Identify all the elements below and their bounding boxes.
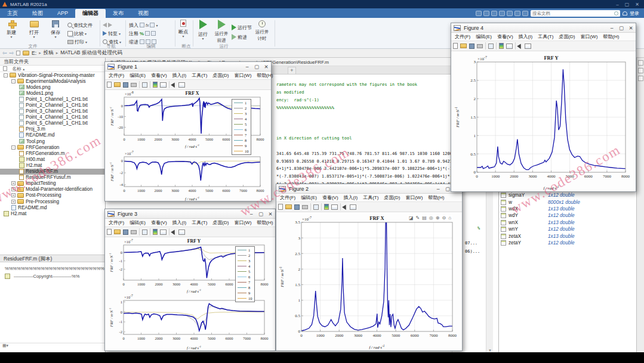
- ribbon-tab-APP[interactable]: APP: [50, 9, 75, 18]
- restore-view-icon[interactable]: ⌂: [448, 215, 451, 221]
- menu-item-查看(V)[interactable]: 查看(V): [322, 194, 338, 201]
- new-figure-icon[interactable]: [278, 204, 283, 210]
- goto-button[interactable]: 转至▾: [103, 30, 121, 37]
- browse-folder-icon[interactable]: [23, 51, 29, 55]
- insert-legend-icon[interactable]: [160, 82, 167, 88]
- menu-item-窗口(W)[interactable]: 窗口(W): [234, 72, 251, 79]
- colorbar-icon[interactable]: [153, 82, 158, 88]
- minimize-icon[interactable]: –: [607, 25, 617, 31]
- panel-bottom-status[interactable]: ▦▾: [0, 343, 105, 351]
- tree-item-Point_4_Channel_1_CH1.txt[interactable]: Point_4_Channel_1_CH1.txt: [0, 114, 105, 120]
- menu-item-帮助(H)[interactable]: 帮助(H): [428, 194, 444, 201]
- print-icon[interactable]: [477, 44, 483, 48]
- sidebar-icon-2[interactable]: [638, 68, 643, 73]
- menu-item-查看(V)[interactable]: 查看(V): [497, 33, 513, 40]
- ribbon-tab-绘图[interactable]: 绘图: [25, 9, 50, 18]
- workspace-variable-wnY[interactable]: wnY1x12 double: [501, 226, 635, 232]
- figure4-titlebar[interactable]: Figure 4–▢✕: [451, 23, 636, 33]
- ribbon-tab-主页[interactable]: 主页: [0, 9, 25, 18]
- open-icon[interactable]: [285, 204, 292, 209]
- maximize-icon[interactable]: ▢: [617, 25, 626, 31]
- breakpoints-button[interactable]: 断点▾: [174, 19, 192, 38]
- menu-item-查看(V)[interactable]: 查看(V): [151, 72, 167, 79]
- menu-item-工具(T)[interactable]: 工具(T): [538, 33, 553, 40]
- find-files-button[interactable]: 查找文件: [67, 21, 93, 29]
- tree-item-Vibration-Signal-Processing-master[interactable]: -Vibration-Signal-Processing-master: [0, 72, 105, 78]
- tree-item-Proj_3.m[interactable]: Proj_3.m: [0, 126, 105, 132]
- menu-item-桌面(D)[interactable]: 桌面(D): [384, 194, 400, 201]
- compare-button[interactable]: 比较▾: [67, 30, 87, 37]
- breadcrumb-item[interactable]: MATLAB 振动信号处理代码: [60, 49, 122, 57]
- menu-item-编辑(E)[interactable]: 编辑(E): [130, 219, 146, 226]
- workspace-variable-zetaX[interactable]: zetaX1x13 double: [501, 232, 635, 239]
- breadcrumb-item[interactable]: 投稿: [44, 49, 54, 57]
- tree-item-README.md[interactable]: README.md: [0, 204, 105, 210]
- menu-item-窗口(W)[interactable]: 窗口(W): [405, 194, 423, 201]
- forward-icon[interactable]: ⇨: [10, 50, 14, 56]
- menu-item-帮助(H)[interactable]: 帮助(H): [257, 219, 273, 226]
- maximize-icon[interactable]: ▢: [256, 211, 266, 217]
- open-button[interactable]: 打开▾: [25, 19, 43, 38]
- run-section-button[interactable]: 运行节: [232, 24, 252, 31]
- tree-item-Point_1_Channel_1_CH1.txt[interactable]: Point_1_Channel_1_CH1.txt: [0, 96, 105, 102]
- maximize-icon[interactable]: ▢: [625, 2, 630, 7]
- menu-item-桌面(D)[interactable]: 桌面(D): [559, 33, 575, 40]
- sidebar-icon-1[interactable]: [638, 60, 643, 66]
- menu-item-窗口(W)[interactable]: 窗口(W): [234, 219, 251, 226]
- edit-plot-icon[interactable]: [178, 229, 185, 235]
- tree-item-Point_2_Channel_1_CH1.txt[interactable]: Point_2_Channel_1_CH1.txt: [0, 102, 105, 108]
- tree-item-ResidueFRF.m[interactable]: ResidueFRF.m: [0, 169, 105, 175]
- workspace-variable-zetaY[interactable]: zetaY1x12 double: [501, 240, 635, 246]
- figure1-titlebar[interactable]: Figure 1–▢✕: [105, 62, 271, 72]
- edit-plot-icon[interactable]: [525, 44, 531, 49]
- run-button[interactable]: 运行▾: [194, 19, 212, 40]
- figure2-titlebar[interactable]: Figure 2–▢✕: [276, 184, 462, 194]
- quick-icon-3[interactable]: [499, 11, 505, 16]
- menu-item-插入(I)[interactable]: 插入(I): [519, 33, 533, 40]
- open-icon[interactable]: [460, 44, 467, 48]
- breadcrumb-item[interactable]: E:: [32, 50, 36, 56]
- tree-item-FRFGeneration[interactable]: -FRFGeneration: [0, 144, 105, 150]
- new-figure-icon[interactable]: [453, 43, 458, 49]
- insert-legend-icon[interactable]: [506, 44, 513, 49]
- print-icon[interactable]: [131, 230, 137, 234]
- expand-icon[interactable]: -: [11, 145, 16, 150]
- open-icon[interactable]: [114, 82, 121, 87]
- tree-item-H00.mat[interactable]: H00.mat: [0, 156, 105, 162]
- workspace-variable-wnX[interactable]: wnX1x13 double: [501, 219, 635, 226]
- close-icon[interactable]: ✕: [626, 25, 636, 31]
- menu-item-文件(F)[interactable]: 文件(F): [109, 72, 124, 79]
- datatip-icon[interactable]: ✎: [416, 215, 420, 221]
- colorbar-icon[interactable]: [153, 229, 158, 235]
- file-details-header[interactable]: ResidueFRF.m (脚本): [0, 255, 105, 262]
- quick-icon-1[interactable]: [483, 11, 489, 16]
- insert-legend-icon[interactable]: [160, 229, 167, 235]
- cursor-icon[interactable]: [342, 204, 349, 210]
- menu-item-帮助(H)[interactable]: 帮助(H): [603, 33, 619, 40]
- quick-icon-5[interactable]: [514, 11, 520, 16]
- tree-item-Modes.png[interactable]: Modes.png: [0, 84, 105, 90]
- tree-item-Point_3_Channel_1_CH1.txt[interactable]: Point_3_Channel_1_CH1.txt: [0, 108, 105, 114]
- menu-item-插入(I)[interactable]: 插入(I): [172, 72, 187, 79]
- advance-button[interactable]: 前进: [232, 33, 247, 41]
- tree-item-ImpactTesting[interactable]: +ImpactTesting: [0, 181, 105, 187]
- link-icon[interactable]: [142, 82, 147, 88]
- menu-item-桌面(D)[interactable]: 桌面(D): [212, 219, 229, 226]
- tree-item-Post-Processing[interactable]: +Post-Processing: [0, 193, 105, 198]
- menu-item-工具(T)[interactable]: 工具(T): [363, 194, 378, 201]
- workspace-variable-sigmaY[interactable]: sigmaY1x12 double: [501, 192, 635, 198]
- zoom-out-icon[interactable]: ⊖: [442, 215, 446, 221]
- menu-item-查看(V)[interactable]: 查看(V): [151, 219, 167, 226]
- expand-icon[interactable]: -: [4, 73, 8, 77]
- menu-item-文件(F)[interactable]: 文件(F): [455, 33, 470, 40]
- tree-item-Modes1.png[interactable]: Modes1.png: [0, 90, 105, 96]
- sign-in-link[interactable]: 登录: [630, 10, 639, 17]
- close-icon[interactable]: ✕: [261, 64, 271, 70]
- cursor-icon[interactable]: [171, 82, 177, 88]
- quick-icon-6[interactable]: [522, 11, 528, 16]
- workspace-variable-wdX[interactable]: wdX1x13 double: [501, 206, 635, 212]
- name-column-header[interactable]: 名称 ▴: [0, 66, 105, 72]
- menu-item-编辑(E)[interactable]: 编辑(E): [476, 33, 492, 40]
- workspace-variable-w[interactable]: w8000x1 double: [501, 198, 635, 205]
- insert-button[interactable]: 插入fx▾: [129, 21, 158, 29]
